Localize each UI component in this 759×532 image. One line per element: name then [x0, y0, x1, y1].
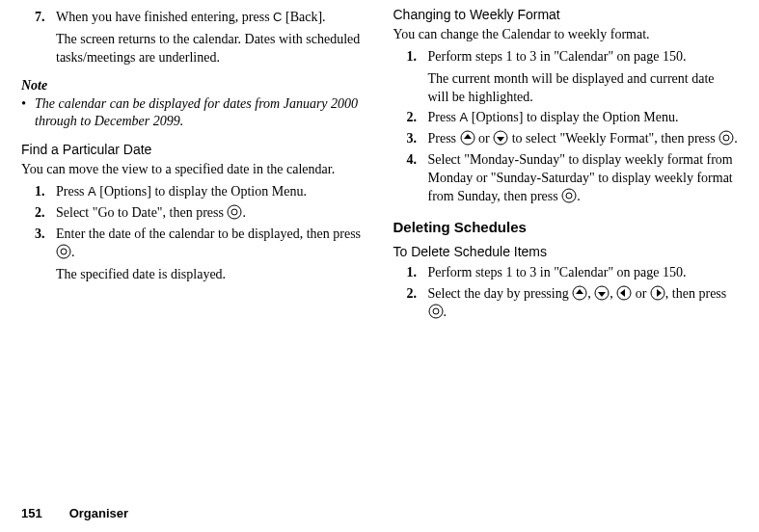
text: [Back].	[283, 10, 326, 24]
step-body: Enter the date of the calendar to be dis…	[56, 226, 366, 284]
down-button-icon	[493, 130, 508, 146]
text: .	[444, 305, 447, 319]
step-number: 1.	[407, 48, 428, 107]
text: Enter the date of the calendar to be dis…	[56, 226, 361, 241]
step-7: 7. When you have finished entering, pres…	[35, 9, 366, 67]
step-body: Select "Monday-Sunday" to display weekly…	[428, 151, 739, 206]
step-sub: The screen returns to the calendar. Date…	[56, 31, 366, 67]
text: .	[577, 189, 581, 203]
text: .	[734, 131, 738, 146]
step-sub: The specified date is displayed.	[56, 266, 366, 284]
text: When you have finished entering, press	[56, 10, 273, 24]
weekly-step-1: 1. Perform steps 1 to 3 in "Calendar" on…	[407, 48, 739, 107]
step-body: When you have finished entering, press C…	[56, 9, 366, 67]
deleting-subheading: To Delete Schedule Items	[393, 243, 739, 261]
text: Perform steps 1 to 3 in "Calendar" on pa…	[428, 49, 687, 64]
step-number: 2.	[35, 204, 56, 223]
down-button-icon	[594, 285, 610, 301]
left-column: 7. When you have finished entering, pres…	[21, 6, 366, 325]
text: ,	[610, 286, 616, 301]
text: Select "Go to Date", then press	[56, 205, 227, 220]
step-number: 3.	[35, 226, 56, 284]
text: Press	[428, 110, 460, 124]
step-body: Perform steps 1 to 3 in "Calendar" on pa…	[428, 264, 739, 282]
center-button-icon	[561, 188, 577, 203]
weekly-heading: Changing to Weekly Format	[393, 6, 739, 24]
step-number: 2.	[407, 109, 428, 127]
find-date-heading: Find a Particular Date	[21, 141, 366, 159]
step-sub: The current month will be displayed and …	[428, 70, 739, 107]
step-number: 7.	[35, 9, 56, 67]
center-button-icon	[56, 244, 71, 259]
step-number: 2.	[407, 285, 428, 322]
text: Press	[56, 184, 88, 199]
text: ,	[587, 286, 594, 301]
step-body: Press or to select "Weekly Format", then…	[428, 130, 739, 148]
text: , then press	[665, 286, 726, 301]
find-date-intro: You can move the view to a specified dat…	[21, 161, 366, 179]
text: or	[475, 131, 494, 146]
page-number: 151	[21, 506, 42, 520]
key-a: A	[460, 110, 469, 124]
page-footer: 151Organiser	[21, 505, 128, 522]
text: .	[242, 205, 246, 220]
weekly-step-2: 2. Press A [Options] to display the Opti…	[407, 109, 739, 127]
find-step-2: 2. Select "Go to Date", then press .	[35, 204, 366, 223]
section-name: Organiser	[69, 506, 128, 520]
del-step-2: 2. Select the day by pressing , , or , t…	[407, 285, 739, 322]
note-heading: Note	[21, 77, 366, 95]
text: [Options] to display the Option Menu.	[96, 184, 307, 199]
deleting-heading: Deleting Schedules	[393, 218, 739, 237]
text: Press	[428, 131, 460, 146]
key-a: A	[88, 184, 96, 199]
note-item: • The calendar can be displayed for date…	[21, 95, 366, 132]
step-number: 4.	[407, 151, 428, 206]
center-button-icon	[718, 130, 734, 146]
find-step-1: 1. Press A [Options] to display the Opti…	[35, 183, 366, 201]
step-body: Press A [Options] to display the Option …	[428, 109, 739, 127]
weekly-step-4: 4. Select "Monday-Sunday" to display wee…	[407, 151, 739, 206]
weekly-intro: You can change the Calendar to weekly fo…	[393, 26, 739, 44]
step-body: Select "Go to Date", then press .	[56, 204, 366, 223]
text: Perform steps 1 to 3 in "Calendar" on pa…	[428, 265, 687, 279]
center-button-icon	[428, 304, 444, 319]
step-body: Select the day by pressing , , or , then…	[428, 285, 739, 322]
text: to select "Weekly Format", then press	[508, 131, 718, 146]
step-number: 3.	[407, 130, 428, 148]
left-button-icon	[616, 285, 632, 301]
note-text: The calendar can be displayed for dates …	[35, 95, 366, 132]
right-column: Changing to Weekly Format You can change…	[393, 6, 739, 325]
center-button-icon	[227, 204, 242, 220]
step-number: 1.	[407, 264, 428, 282]
bullet: •	[21, 95, 35, 132]
up-button-icon	[460, 130, 475, 146]
step-number: 1.	[35, 183, 56, 201]
step-body: Press A [Options] to display the Option …	[56, 183, 366, 201]
text: or	[632, 286, 650, 301]
key-c: C	[273, 10, 282, 24]
text: Select the day by pressing	[428, 286, 573, 301]
find-step-3: 3. Enter the date of the calendar to be …	[35, 226, 366, 284]
up-button-icon	[572, 285, 587, 301]
del-step-1: 1. Perform steps 1 to 3 in "Calendar" on…	[407, 264, 739, 282]
text: [Options] to display the Option Menu.	[468, 110, 678, 124]
weekly-step-3: 3. Press or to select "Weekly Format", t…	[407, 130, 739, 148]
step-body: Perform steps 1 to 3 in "Calendar" on pa…	[428, 48, 739, 107]
right-button-icon	[650, 285, 665, 301]
text: .	[71, 245, 75, 259]
